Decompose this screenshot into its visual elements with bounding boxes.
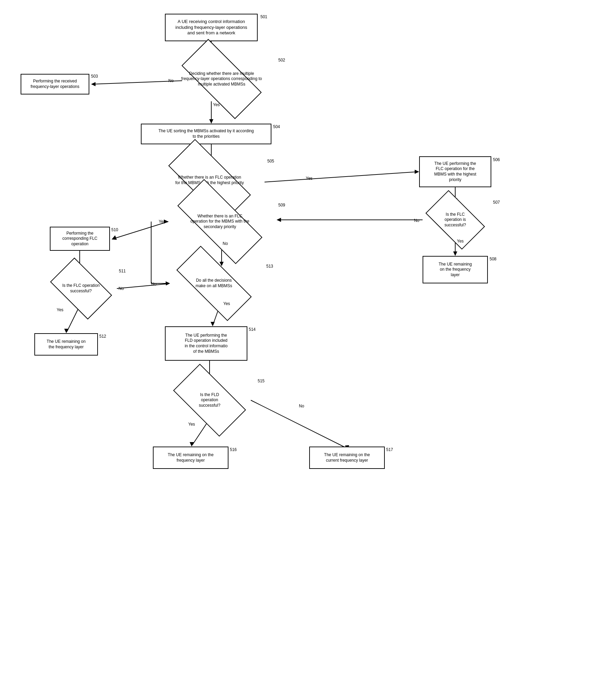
label-511: 511 (119, 269, 126, 273)
flow-yes-513: Yes (223, 301, 230, 306)
svg-line-8 (265, 172, 417, 182)
flow-no-513: No (151, 282, 156, 286)
svg-line-18 (113, 222, 168, 239)
label-508: 508 (490, 257, 496, 261)
label-515: 515 (258, 379, 265, 383)
flow-no-502: No (168, 78, 173, 83)
flow-no-509: No (223, 241, 228, 246)
node-508: The UE remaining on the frequency layer (423, 256, 488, 283)
node-509: Whether there is an FLC operation for th… (161, 199, 278, 244)
node-501: A UE receiving control information inclu… (165, 14, 258, 41)
node-511: Is the FLC operation successful? (44, 268, 118, 309)
flow-yes-507: Yes (457, 239, 464, 244)
label-514: 514 (249, 327, 256, 332)
flow-no-507: No (414, 218, 419, 223)
node-514: The UE performing the FLD operation incl… (165, 326, 247, 361)
node-502: Deciding whether there are multiple freq… (168, 57, 275, 101)
label-513: 513 (266, 264, 273, 269)
svg-marker-3 (91, 82, 96, 86)
label-503: 503 (91, 74, 98, 79)
label-505: 505 (267, 159, 274, 164)
svg-line-22 (117, 284, 168, 289)
svg-marker-25 (64, 329, 68, 333)
label-501: 501 (260, 14, 267, 19)
label-516: 516 (230, 447, 237, 452)
svg-marker-19 (112, 235, 117, 240)
label-506: 506 (493, 157, 500, 162)
svg-marker-5 (209, 119, 213, 124)
flow-yes-505: Yes (306, 176, 313, 181)
flow-yes-511: Yes (57, 307, 64, 312)
flow-no-515: No (299, 404, 304, 408)
label-502: 502 (278, 58, 285, 63)
svg-marker-29 (211, 322, 215, 326)
node-517: The UE remaining on the current frequenc… (309, 447, 385, 469)
svg-marker-9 (415, 170, 419, 174)
flow-yes-509: Yes (159, 219, 166, 224)
label-504: 504 (273, 124, 280, 129)
flowchart-diagram: A UE receiving control information inclu… (0, 0, 616, 675)
node-516: The UE remaining on the frequency layer (153, 447, 228, 469)
label-512: 512 (99, 334, 106, 339)
label-509: 509 (278, 203, 285, 207)
node-513: Do all the decisions make on all MBMSs (163, 263, 265, 304)
svg-marker-13 (453, 251, 457, 256)
node-503: Performing the received frequency-layer … (21, 74, 89, 94)
node-512: The UE remaining on the frequency layer (34, 333, 98, 356)
node-506: The UE performing the FLC operation for … (419, 156, 491, 187)
flow-yes-515: Yes (188, 422, 195, 427)
label-507: 507 (493, 200, 500, 205)
label-517: 517 (386, 447, 393, 452)
node-510: Performing the corresponding FLC operati… (50, 227, 110, 251)
flow-no-511: No (119, 286, 124, 291)
label-510: 510 (111, 227, 118, 232)
node-504: The UE sorting the MBMSs activated by it… (141, 124, 271, 144)
svg-marker-33 (190, 442, 194, 447)
node-515: Is the FLD operation successful? (163, 378, 256, 423)
flow-yes-502: Yes (213, 102, 220, 107)
node-507: Is the FLC operation is successful? (419, 199, 491, 240)
